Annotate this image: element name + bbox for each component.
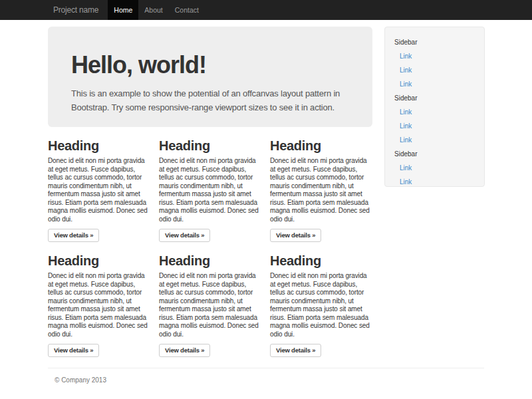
footer: © Company 2013: [48, 376, 484, 384]
view-details-button[interactable]: View details »: [159, 344, 210, 357]
sidebar-group-label: Sidebar: [394, 38, 475, 47]
feature-card: HeadingDonec id elit non mi porta gravid…: [270, 242, 372, 357]
card-heading: Heading: [270, 138, 372, 153]
navbar-menu: HomeAboutContact: [108, 0, 205, 20]
sidebar-link[interactable]: Link: [400, 164, 475, 172]
sidebar-link[interactable]: Link: [400, 80, 475, 88]
sidebar-link[interactable]: Link: [400, 122, 475, 130]
sidebar-link[interactable]: Link: [400, 178, 475, 186]
feature-card: HeadingDonec id elit non mi porta gravid…: [159, 242, 261, 357]
card-body-text: Donec id elit non mi porta gravida at eg…: [48, 272, 150, 338]
view-details-button[interactable]: View details »: [270, 344, 321, 357]
sidebar-group-label: Sidebar: [394, 150, 475, 158]
view-details-button[interactable]: View details »: [159, 229, 210, 242]
feature-card: HeadingDonec id elit non mi porta gravid…: [270, 127, 372, 242]
card-body-text: Donec id elit non mi porta gravida at eg…: [159, 157, 261, 223]
sidebar-link[interactable]: Link: [400, 52, 475, 61]
jumbotron-lead: This is an example to show the potential…: [71, 86, 349, 114]
nav-link-contact[interactable]: Contact: [169, 0, 205, 20]
sidebar-link[interactable]: Link: [400, 136, 475, 144]
feature-card: HeadingDonec id elit non mi porta gravid…: [159, 127, 261, 242]
sidebar-link[interactable]: Link: [400, 66, 475, 74]
card-heading: Heading: [159, 138, 261, 153]
card-heading: Heading: [270, 253, 372, 268]
cards-grid: HeadingDonec id elit non mi porta gravid…: [48, 127, 372, 357]
content-row: Hello, world! This is an example to show…: [48, 27, 484, 357]
view-details-button[interactable]: View details »: [48, 229, 99, 242]
page-container: Hello, world! This is an example to show…: [40, 27, 492, 384]
navbar: Project name HomeAboutContact: [0, 0, 532, 20]
jumbotron-title: Hello, world!: [71, 52, 349, 78]
card-heading: Heading: [48, 253, 150, 268]
feature-card: HeadingDonec id elit non mi porta gravid…: [48, 242, 150, 357]
nav-item-about: About: [138, 0, 168, 20]
footer-divider: [48, 368, 484, 368]
main-column: Hello, world! This is an example to show…: [48, 27, 372, 357]
card-heading: Heading: [48, 138, 150, 153]
nav-link-home[interactable]: Home: [108, 0, 138, 20]
jumbotron: Hello, world! This is an example to show…: [48, 27, 372, 127]
nav-item-contact: Contact: [169, 0, 205, 20]
copyright-text: © Company 2013: [55, 376, 484, 384]
nav-item-home: Home: [108, 0, 138, 20]
view-details-button[interactable]: View details »: [270, 229, 321, 242]
card-body-text: Donec id elit non mi porta gravida at eg…: [48, 157, 150, 223]
sidebar-column: SidebarLinkLinkLinkSidebarLinkLinkLinkSi…: [384, 27, 485, 187]
card-body-text: Donec id elit non mi porta gravida at eg…: [270, 272, 372, 338]
sidebar-link[interactable]: Link: [400, 108, 475, 116]
feature-card: HeadingDonec id elit non mi porta gravid…: [48, 127, 150, 242]
nav-link-about[interactable]: About: [138, 0, 168, 20]
card-body-text: Donec id elit non mi porta gravida at eg…: [159, 272, 261, 338]
sidebar: SidebarLinkLinkLinkSidebarLinkLinkLinkSi…: [384, 27, 485, 187]
brand-link[interactable]: Project name: [53, 0, 98, 20]
card-heading: Heading: [159, 253, 261, 268]
card-body-text: Donec id elit non mi porta gravida at eg…: [270, 157, 372, 223]
sidebar-group-label: Sidebar: [394, 94, 475, 102]
navbar-inner: Project name HomeAboutContact: [40, 0, 492, 20]
view-details-button[interactable]: View details »: [48, 344, 99, 357]
